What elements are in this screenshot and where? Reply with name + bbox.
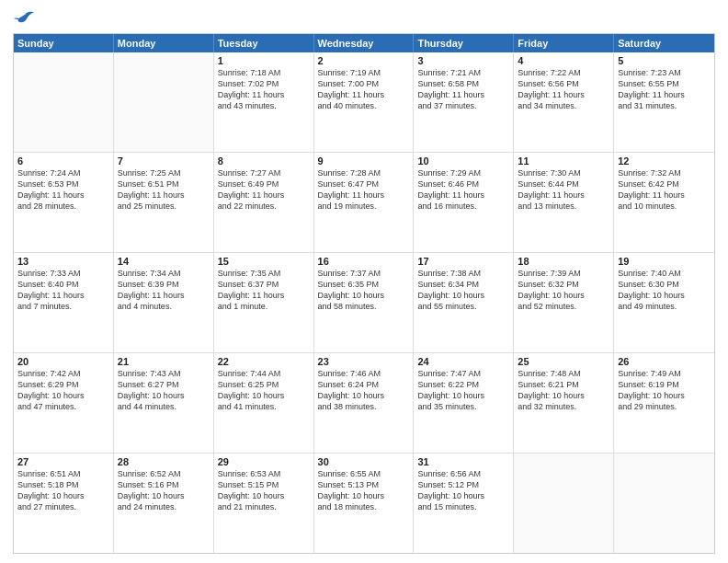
cell-line: and 58 minutes.	[318, 301, 410, 312]
cal-cell: 25Sunrise: 7:48 AMSunset: 6:21 PMDayligh…	[514, 353, 614, 453]
cell-line: Sunrise: 7:43 AM	[118, 368, 210, 379]
cell-line: Sunrise: 7:37 AM	[318, 268, 410, 279]
cell-line: Daylight: 10 hours	[518, 390, 609, 401]
cell-line: Sunrise: 7:49 AM	[618, 368, 711, 379]
cell-line: Sunrise: 6:51 AM	[17, 468, 109, 479]
cell-line: and 27 minutes.	[17, 501, 109, 512]
cell-line: Sunrise: 7:48 AM	[518, 368, 609, 379]
cell-line: Sunrise: 7:21 AM	[417, 67, 509, 78]
header-day-thursday: Thursday	[414, 34, 514, 52]
bird-icon	[13, 9, 35, 28]
cell-line: Sunset: 6:35 PM	[318, 279, 410, 290]
header	[13, 9, 715, 28]
cell-line: Daylight: 10 hours	[318, 390, 410, 401]
day-number: 18	[518, 256, 609, 267]
cell-line: Daylight: 11 hours	[218, 89, 310, 100]
cell-line: and 43 minutes.	[218, 100, 310, 111]
day-number: 1	[218, 55, 310, 66]
day-number: 17	[417, 256, 509, 267]
day-number: 12	[618, 155, 711, 167]
cell-line: Sunset: 6:30 PM	[618, 279, 711, 290]
day-number: 16	[318, 256, 410, 267]
cal-cell: 11Sunrise: 7:30 AMSunset: 6:44 PMDayligh…	[514, 153, 614, 252]
calendar-row-1: 1Sunrise: 7:18 AMSunset: 7:02 PMDaylight…	[14, 52, 714, 152]
cell-line: Sunrise: 7:38 AM	[417, 268, 509, 279]
cell-line: Daylight: 11 hours	[518, 89, 609, 100]
cell-line: and 22 minutes.	[218, 201, 310, 212]
cell-line: and 21 minutes.	[218, 501, 310, 512]
cal-cell	[514, 454, 614, 553]
day-number: 15	[218, 256, 310, 267]
cal-cell: 23Sunrise: 7:46 AMSunset: 6:24 PMDayligh…	[314, 353, 415, 453]
cell-line: Sunrise: 7:47 AM	[417, 368, 509, 379]
cell-line: and 7 minutes.	[17, 301, 109, 312]
cell-line: Daylight: 11 hours	[518, 190, 609, 201]
cell-line: Sunrise: 7:30 AM	[518, 167, 609, 178]
cell-line: Sunset: 6:19 PM	[618, 379, 711, 390]
day-number: 9	[318, 155, 410, 167]
cell-line: Daylight: 10 hours	[318, 290, 410, 301]
cell-line: Sunset: 6:51 PM	[118, 178, 210, 190]
cell-line: Daylight: 11 hours	[318, 89, 410, 100]
day-number: 7	[118, 155, 210, 167]
cell-line: Sunset: 6:44 PM	[518, 178, 609, 190]
cell-line: and 29 minutes.	[618, 401, 711, 412]
cell-line: and 31 minutes.	[618, 100, 711, 111]
cal-cell: 16Sunrise: 7:37 AMSunset: 6:35 PMDayligh…	[314, 253, 415, 352]
cal-cell: 13Sunrise: 7:33 AMSunset: 6:40 PMDayligh…	[14, 253, 114, 352]
calendar-header: SundayMondayTuesdayWednesdayThursdayFrid…	[14, 34, 714, 52]
cell-line: Sunset: 6:47 PM	[318, 178, 410, 190]
calendar-row-2: 6Sunrise: 7:24 AMSunset: 6:53 PMDaylight…	[14, 152, 714, 252]
cell-line: and 18 minutes.	[318, 501, 410, 512]
cell-line: Sunset: 5:16 PM	[118, 479, 210, 490]
day-number: 2	[318, 55, 410, 66]
day-number: 20	[17, 356, 109, 367]
cell-line: Sunrise: 7:39 AM	[518, 268, 609, 279]
logo	[13, 9, 39, 28]
cal-cell: 24Sunrise: 7:47 AMSunset: 6:22 PMDayligh…	[414, 353, 514, 453]
cell-line: Daylight: 11 hours	[417, 89, 509, 100]
cell-line: Daylight: 10 hours	[417, 290, 509, 301]
cell-line: Sunset: 6:55 PM	[618, 78, 711, 89]
cell-line: and 35 minutes.	[417, 401, 509, 412]
day-number: 10	[417, 155, 509, 167]
cal-cell: 14Sunrise: 7:34 AMSunset: 6:39 PMDayligh…	[114, 253, 214, 352]
cell-line: Daylight: 11 hours	[218, 290, 310, 301]
cell-line: and 55 minutes.	[417, 301, 509, 312]
day-number: 8	[218, 155, 310, 167]
cal-cell: 3Sunrise: 7:21 AMSunset: 6:58 PMDaylight…	[414, 52, 514, 152]
day-number: 24	[417, 356, 509, 367]
cal-cell: 31Sunrise: 6:56 AMSunset: 5:12 PMDayligh…	[414, 454, 514, 553]
cal-cell: 30Sunrise: 6:55 AMSunset: 5:13 PMDayligh…	[314, 454, 415, 553]
cal-cell: 27Sunrise: 6:51 AMSunset: 5:18 PMDayligh…	[14, 454, 114, 553]
cell-line: and 24 minutes.	[118, 501, 210, 512]
cell-line: and 15 minutes.	[417, 501, 509, 512]
cell-line: Sunset: 5:13 PM	[318, 479, 410, 490]
cell-line: Daylight: 11 hours	[118, 290, 210, 301]
cell-line: Daylight: 10 hours	[118, 490, 210, 501]
day-number: 13	[17, 256, 109, 267]
cell-line: Sunset: 6:39 PM	[118, 279, 210, 290]
cell-line: Daylight: 11 hours	[118, 190, 210, 201]
header-day-saturday: Saturday	[614, 34, 714, 52]
cell-line: Sunset: 5:18 PM	[17, 479, 109, 490]
cell-line: Sunrise: 7:33 AM	[17, 268, 109, 279]
day-number: 3	[417, 55, 509, 66]
cal-cell: 28Sunrise: 6:52 AMSunset: 5:16 PMDayligh…	[114, 454, 214, 553]
day-number: 6	[17, 155, 109, 167]
cell-line: Daylight: 11 hours	[17, 190, 109, 201]
cal-cell: 17Sunrise: 7:38 AMSunset: 6:34 PMDayligh…	[414, 253, 514, 352]
cell-line: Daylight: 10 hours	[518, 290, 609, 301]
cal-cell: 12Sunrise: 7:32 AMSunset: 6:42 PMDayligh…	[614, 153, 714, 252]
cell-line: Daylight: 11 hours	[318, 190, 410, 201]
cell-line: and 47 minutes.	[17, 401, 109, 412]
cell-line: Daylight: 11 hours	[618, 190, 711, 201]
cal-cell: 20Sunrise: 7:42 AMSunset: 6:29 PMDayligh…	[14, 353, 114, 453]
cal-cell: 22Sunrise: 7:44 AMSunset: 6:25 PMDayligh…	[214, 353, 314, 453]
day-number: 14	[118, 256, 210, 267]
cell-line: Sunrise: 7:29 AM	[417, 167, 509, 178]
header-day-monday: Monday	[114, 34, 214, 52]
cell-line: Sunset: 6:32 PM	[518, 279, 609, 290]
cell-line: Sunset: 6:49 PM	[218, 178, 310, 190]
cell-line: Daylight: 10 hours	[618, 390, 711, 401]
